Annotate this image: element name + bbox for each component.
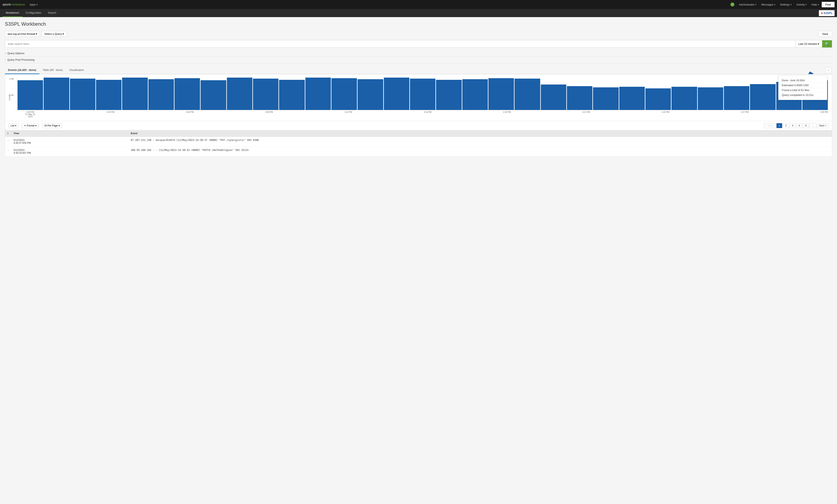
nav-messages[interactable]: Messages ▾ [759,2,777,7]
tooltip-line2: Estimated 0.0000 USD [782,83,824,88]
query-post-processing-section[interactable]: › Query Post Processing [5,57,832,63]
index-dropdown[interactable]: aws-log-archive-firewall ▾ [5,31,40,37]
list-dropdown[interactable]: List ▾ [8,123,19,128]
chart-bar[interactable] [541,85,566,110]
chart-bar[interactable] [619,87,645,110]
chart-bar[interactable] [43,78,69,110]
chart-bar[interactable] [384,78,409,110]
chart-bar[interactable] [645,88,671,110]
query-dropdown[interactable]: Select a Query ▾ [41,31,67,37]
chart-bar[interactable] [410,79,435,110]
save-button[interactable]: Save [818,31,832,37]
chart-bar[interactable] [567,86,592,110]
table-header-event: Event [128,130,832,137]
chart-bar[interactable] [122,78,147,110]
pagination: < Prev 1 2 3 4 5 ... Next > [764,123,829,128]
chart-bar[interactable] [175,78,200,110]
chart-y-axis: 1.0K 0.5K [9,78,14,110]
find-button[interactable]: Find [822,2,835,7]
chart-bar[interactable] [593,87,619,110]
chart-x-label: 4:00 PMFri May 122023 [25,111,35,118]
chart-x-label: 4:30 PM [820,111,828,118]
chart-bar[interactable] [332,78,357,110]
subnav-search[interactable]: Search [44,9,59,17]
chart-bar[interactable] [698,87,723,110]
prev-page-button[interactable]: < Prev [764,123,776,128]
expand-cell[interactable]: › [5,147,11,156]
tooltip-line3: Found a total of 61 files [782,88,824,93]
splunk-logo[interactable]: splunk>enterprise [2,3,25,6]
tab-table[interactable]: Table (99 - done) [39,67,66,74]
toolbar-row: aws-log-archive-firewall ▾ Select a Quer… [5,31,832,37]
chart-bar[interactable] [462,79,488,110]
chart-bar[interactable] [148,79,174,110]
expand-cell[interactable]: › [5,137,11,147]
chart-bar[interactable] [515,79,540,110]
tab-events[interactable]: Events (16,425 - done) [5,67,39,74]
event-cell: 108.95.188.165 - - [12/May/2023:14:30:33… [128,147,832,156]
chart-x-label: 4:09 PM [265,111,273,118]
settings-caret-icon: ▾ [790,3,791,6]
search-icon: 🔍 [825,42,829,45]
page-title: S3SPL Workbench [5,21,832,27]
page-3-button[interactable]: 3 [790,123,796,128]
chart-bar[interactable] [358,79,383,110]
chart-x-label: 4:03 PM [107,111,114,118]
s3spl-logo-container: ● S3SPL [819,9,835,17]
per-page-dropdown[interactable]: 10 Per Page ▾ [42,123,62,128]
expand-icon[interactable]: › [8,149,8,151]
page-4-button[interactable]: 4 [797,123,802,128]
chart-bar[interactable] [253,79,279,110]
page-ellipsis: ... [810,123,816,128]
events-table-body: ›5/12/2023 4:30:37.835 PM67.207.231.248 … [5,137,832,156]
tabs-wrapper: Events (16,425 - done) Table (99 - done)… [5,67,832,121]
tab-visualisation[interactable]: Visualisation [66,67,87,74]
chart-bar[interactable] [200,80,226,110]
logo-splunk-text: splunk [2,3,11,6]
page-2-button[interactable]: 2 [783,123,789,128]
chart-x-label: 4:15 PM [424,111,431,118]
search-input[interactable] [5,40,796,48]
chart-bar[interactable] [18,80,43,110]
page-content: S3SPL Workbench aws-log-archive-firewall… [0,17,837,161]
subnav-configuration[interactable]: Configuration [22,9,44,17]
info-icon: i [828,69,829,72]
event-cell: 67.207.231.248 - marquardt4474 [12/May/2… [128,137,832,147]
chart-bar[interactable] [96,80,122,110]
status-indicator: ✓ [730,2,734,6]
search-row: Last 15 minutes ▾ 🔍 [5,40,832,48]
list-controls: List ▾ ✏ Format ▾ 10 Per Page ▾ < Prev 1… [5,121,832,130]
chart-bar[interactable] [279,80,305,110]
chart-bar[interactable] [724,86,749,110]
chart-bar[interactable] [672,87,697,110]
time-cell: 5/12/2023 4:30:33.837 PM [11,147,128,156]
s3spl-label: S3SPL [823,12,833,15]
info-button[interactable]: i [825,68,831,73]
query-options-section[interactable]: › Query Options [5,50,832,57]
search-go-button[interactable]: 🔍 [822,40,832,48]
page-1-button[interactable]: 1 [777,123,782,128]
page-5-button[interactable]: 5 [803,123,809,128]
chart-bar[interactable] [436,80,462,110]
format-dropdown[interactable]: ✏ Format ▾ [22,123,39,128]
tabs-row: Events (16,425 - done) Table (99 - done)… [5,67,832,74]
chart-bar[interactable] [305,78,331,110]
help-caret-icon: ▾ [818,3,819,6]
chart-bar[interactable] [70,79,95,110]
table-header-time: Time [11,130,128,137]
chart-bar[interactable] [750,84,776,110]
events-table: i Time Event ›5/12/2023 4:30:37.835 PM67… [5,130,832,156]
nav-help[interactable]: Help ▾ [809,2,821,7]
chart-bar[interactable] [227,78,252,110]
subnav-workbench[interactable]: Workbench [2,9,22,17]
nav-administrator[interactable]: Administrator ▾ [737,2,759,7]
chart-x-labels: 4:00 PMFri May 1220234:03 PM4:06 PM4:09 … [25,111,829,118]
expand-icon[interactable]: › [8,139,8,141]
nav-settings[interactable]: Settings ▾ [778,2,794,7]
nav-activity[interactable]: Activity ▾ [795,2,809,7]
nav-apps[interactable]: Apps ▾ [28,2,39,7]
next-page-button[interactable]: Next > [817,123,829,128]
time-range-button[interactable]: Last 15 minutes ▾ [796,40,822,48]
chart-bar[interactable] [488,78,514,110]
logo-enterprise-text: enterprise [13,3,25,6]
